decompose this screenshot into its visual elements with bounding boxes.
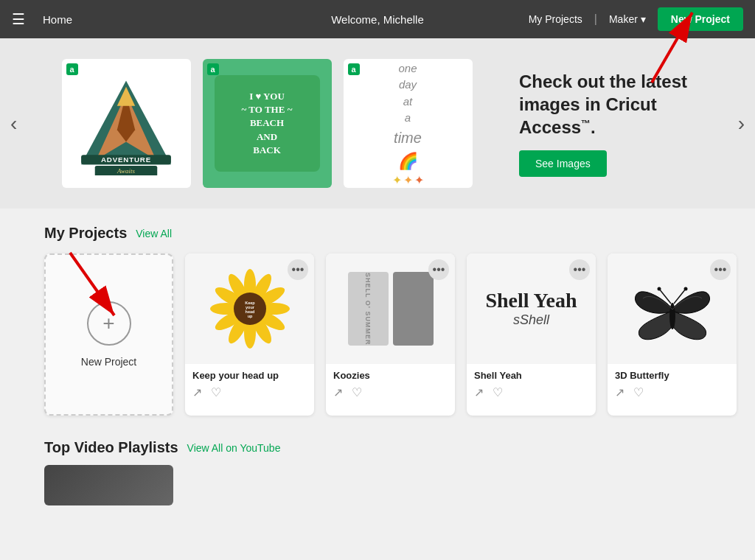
my-projects-header: My Projects View All: [44, 225, 711, 242]
my-projects-section: My Projects View All + New Project •••: [0, 209, 755, 427]
video-thumbnail-1[interactable]: [44, 465, 173, 505]
project-more-button-3[interactable]: •••: [569, 259, 590, 280]
hero-images: a ADVENTURE Awaits ★ ★ ★: [44, 59, 490, 188]
koozie-right: [393, 272, 434, 346]
sunflower-icon: Keep your head up: [209, 268, 290, 349]
project-card-koozies: ••• SHELL O' SUMMER Koozies ↗ ♡: [326, 253, 455, 416]
maker-label: Maker: [609, 13, 638, 25]
nav-divider: |: [594, 13, 597, 26]
hero-banner: ‹ a ADVENTURE Awaits ★: [0, 38, 755, 209]
project-card-butterfly: •••: [608, 253, 737, 416]
svg-point-36: [683, 287, 687, 290]
hero-card-2-badge: a: [207, 63, 219, 75]
top-video-header: Top Video Playlists View All on YouTube: [44, 439, 711, 456]
adventure-awaits-image: ADVENTURE Awaits ★ ★ ★: [78, 72, 174, 175]
svg-text:★: ★: [153, 105, 157, 109]
project-name-4: 3D Butterfly: [615, 370, 729, 381]
video-thumbnails: [44, 465, 711, 505]
welcome-text: Welcome, Michelle: [331, 13, 424, 26]
menu-icon[interactable]: ☰: [12, 10, 25, 28]
trademark: ™: [581, 118, 591, 129]
chevron-down-icon: ▾: [641, 13, 646, 25]
project-more-button-2[interactable]: •••: [428, 259, 449, 280]
view-all-link[interactable]: View All: [136, 228, 172, 239]
project-actions-2: ↗ ♡: [333, 385, 448, 399]
project-card-info-4: 3D Butterfly ↗ ♡: [608, 364, 737, 407]
shell-yeah-subtitle: sShell: [485, 312, 577, 328]
carousel-next-button[interactable]: ›: [738, 112, 745, 136]
project-name-3: Shell Yeah: [474, 370, 588, 381]
project-name-2: Koozies: [333, 370, 448, 381]
shell-yeah-visual: Shell Yeah sShell: [485, 290, 577, 328]
share-icon-1[interactable]: ↗: [192, 385, 202, 399]
svg-text:★: ★: [90, 121, 93, 125]
beach-card-content: I ♥ YOU~ TO THE ~BEACHANDBACK: [203, 59, 332, 188]
new-project-card[interactable]: + New Project: [44, 253, 173, 416]
svg-text:Awaits: Awaits: [116, 167, 135, 175]
butterfly-icon: [628, 270, 717, 348]
my-projects-title: My Projects: [44, 225, 127, 242]
project-name-1: Keep your head up: [192, 370, 307, 381]
heart-icon-3[interactable]: ♡: [493, 385, 503, 399]
project-actions-4: ↗ ♡: [615, 385, 729, 399]
project-card-sunflower-image: •••: [185, 253, 314, 364]
hero-card-2[interactable]: a I ♥ YOU~ TO THE ~BEACHANDBACK: [203, 59, 332, 188]
hero-card-3[interactable]: a onedayatatime 🌈 ✦ ✦ ✦: [344, 59, 473, 188]
project-more-button-1[interactable]: •••: [288, 259, 308, 280]
navbar-right: My Projects | Maker ▾ New Project: [529, 7, 743, 31]
new-project-button[interactable]: New Project: [658, 7, 743, 31]
svg-point-32: [669, 303, 675, 329]
shell-yeah-title: Shell Yeah: [485, 290, 577, 312]
svg-point-34: [657, 287, 661, 290]
project-more-button-4[interactable]: •••: [710, 259, 731, 280]
svg-text:★: ★: [95, 95, 100, 100]
heart-icon-1[interactable]: ♡: [211, 385, 221, 399]
new-project-label: New Project: [81, 356, 136, 368]
project-actions-1: ↗ ♡: [192, 385, 307, 399]
top-video-title: Top Video Playlists: [44, 439, 178, 456]
new-project-plus-icon: +: [87, 301, 131, 346]
oneday-card-content: onedayatatime 🌈 ✦ ✦ ✦: [385, 59, 431, 188]
hero-heading: Check out the latest images in Cricut Ac…: [519, 70, 711, 139]
project-card-shell-yeah: ••• Shell Yeah sShell Shell Yeah ↗ ♡: [467, 253, 596, 416]
hero-card-1[interactable]: a ADVENTURE Awaits ★ ★ ★: [62, 59, 191, 188]
project-card-info-1: Keep your head up ↗ ♡: [185, 364, 314, 407]
my-projects-nav-link[interactable]: My Projects: [529, 13, 582, 25]
project-card-info-3: Shell Yeah ↗ ♡: [467, 364, 596, 407]
hero-text-area: Check out the latest images in Cricut Ac…: [504, 70, 711, 178]
project-card-koozies-image: ••• SHELL O' SUMMER: [326, 253, 455, 364]
see-images-button[interactable]: See Images: [519, 150, 607, 177]
project-card-shell-yeah-image: ••• Shell Yeah sShell: [467, 253, 596, 364]
project-card-butterfly-image: •••: [608, 253, 737, 364]
maker-dropdown[interactable]: Maker ▾: [609, 13, 646, 25]
heart-icon-2[interactable]: ♡: [352, 385, 362, 399]
svg-text:up: up: [247, 314, 252, 318]
koozie-left: SHELL O' SUMMER: [348, 272, 389, 346]
share-icon-2[interactable]: ↗: [333, 385, 343, 399]
top-video-section: Top Video Playlists View All on YouTube: [0, 427, 755, 505]
projects-grid: + New Project •••: [44, 253, 711, 416]
heart-icon-4[interactable]: ♡: [633, 385, 644, 399]
project-card-sunflower: •••: [185, 253, 314, 416]
view-youtube-link[interactable]: View All on YouTube: [187, 442, 281, 454]
hero-card-3-badge: a: [348, 63, 360, 75]
project-actions-3: ↗ ♡: [474, 385, 588, 399]
hero-card-1-badge: a: [66, 63, 78, 75]
share-icon-4[interactable]: ↗: [615, 385, 624, 399]
home-link[interactable]: Home: [43, 13, 72, 26]
carousel-prev-button[interactable]: ‹: [10, 112, 17, 136]
share-icon-3[interactable]: ↗: [474, 385, 484, 399]
navbar: ☰ Home Welcome, Michelle My Projects | M…: [0, 0, 755, 38]
svg-text:ADVENTURE: ADVENTURE: [101, 155, 151, 164]
project-card-info-2: Koozies ↗ ♡: [326, 364, 455, 407]
